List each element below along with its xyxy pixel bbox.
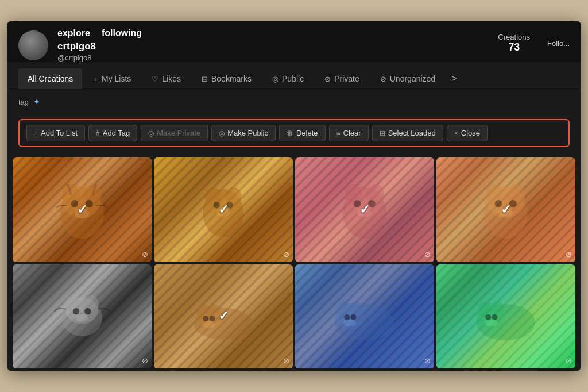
private-badge-1: ⊘ [142, 250, 148, 259]
stat-creations-value: 73 [498, 41, 530, 53]
private-badge-5: ⊘ [142, 356, 148, 365]
bookmark-icon: ⊟ [202, 75, 208, 83]
unorganized-icon: ⊘ [380, 75, 386, 83]
tab-private-label: Private [334, 74, 359, 83]
make-private-button[interactable]: ◎ Make Private [141, 125, 208, 141]
tab-likes[interactable]: ♡ Likes [142, 68, 190, 89]
svg-point-47 [351, 314, 357, 320]
toolbar-area: tag ✦ [7, 90, 581, 113]
action-toolbar: + Add To List # Add Tag ◎ Make Private ◎… [7, 113, 581, 155]
username: crtplgo8 [57, 41, 489, 52]
image-cell-2[interactable]: ✓ ⊘ [154, 157, 293, 262]
heart-icon: ♡ [152, 75, 158, 83]
tab-bookmarks-label: Bookmarks [211, 74, 252, 83]
close-icon: × [454, 129, 458, 137]
lines-icon: ≡ [336, 129, 341, 137]
add-to-list-button[interactable]: + Add To List [26, 125, 85, 141]
select-loaded-button[interactable]: ⊞ Select Loaded [372, 125, 443, 141]
private-badge-8: ⊘ [566, 356, 572, 365]
private-badge-6: ⊘ [283, 356, 289, 365]
private-badge-3: ⊘ [424, 250, 431, 259]
svg-point-54 [492, 314, 498, 320]
image-cell-6[interactable]: ✓ ⊘ [154, 264, 293, 369]
private-badge-2: ⊘ [283, 250, 289, 259]
action-bar: + Add To List # Add Tag ◎ Make Private ◎… [18, 119, 570, 147]
check-mark-4: ✓ [501, 202, 511, 217]
svg-point-40 [210, 316, 215, 321]
image-cell-4[interactable]: ✓ ⊘ [436, 157, 575, 262]
svg-point-39 [203, 316, 208, 321]
tab-more[interactable]: > [447, 68, 461, 90]
close-button[interactable]: × Close [447, 125, 488, 141]
svg-point-32 [73, 308, 79, 314]
hash-icon: # [96, 129, 100, 137]
image-grid: ✓ ⊘ ✓ ⊘ [7, 155, 581, 371]
stat-followers-label: Follo... [547, 39, 570, 48]
image-cell-8[interactable]: ⊘ [436, 264, 575, 369]
svg-point-55 [485, 319, 498, 326]
check-mark-2: ✓ [218, 202, 229, 217]
eye-slash-icon: ◎ [148, 129, 154, 137]
clear-label: Clear [343, 129, 361, 137]
tab-my-lists-label: My Lists [102, 74, 131, 83]
check-mark-3: ✓ [359, 202, 370, 217]
add-tag-button[interactable]: # Add Tag [88, 125, 137, 141]
tag-label: tag [18, 98, 29, 106]
private-badge-7: ⊘ [424, 356, 431, 365]
svg-point-41 [202, 321, 215, 328]
add-to-list-label: Add To List [41, 129, 78, 137]
image-cell-3[interactable]: ✓ ⊘ [295, 157, 434, 262]
stat-creations-label: Creations [498, 33, 530, 41]
image-cell-5[interactable]: ⊘ [13, 264, 152, 369]
check-mark-1: ✓ [77, 202, 87, 217]
tab-public-label: Public [282, 74, 304, 83]
make-public-label: Make Public [227, 129, 268, 137]
clear-button[interactable]: ≡ Clear [329, 125, 369, 141]
header-stats: Creations 73 Follo... [498, 28, 570, 53]
header-left: explore following crtplgo8 @crtplgo8 [57, 28, 489, 62]
image-cell-7[interactable]: ⊘ [295, 264, 434, 369]
trash-icon: 🗑 [287, 129, 293, 137]
handle: @crtplgo8 [57, 53, 489, 62]
stat-followers: Follo... [547, 39, 570, 48]
private-badge-4: ⊘ [566, 250, 572, 259]
image-cell-1[interactable]: ✓ ⊘ [13, 157, 152, 262]
check-mark-6: ✓ [218, 309, 229, 324]
tab-bookmarks[interactable]: ⊟ Bookmarks [192, 68, 261, 89]
public-icon: ◎ [272, 75, 278, 83]
tab-public[interactable]: ◎ Public [263, 68, 313, 89]
tab-private[interactable]: ⊘ Private [315, 68, 369, 89]
tab-unorganized[interactable]: ⊘ Unorganized [371, 68, 444, 89]
nav-tabs: All Creations + My Lists ♡ Likes ⊟ Bookm… [7, 68, 581, 90]
tab-all-creations[interactable]: All Creations [18, 68, 82, 89]
avatar[interactable] [18, 30, 48, 60]
tab-all-label: All Creations [28, 74, 73, 83]
nav-explore[interactable]: explore [57, 28, 90, 39]
app-container: explore following crtplgo8 @crtplgo8 Cre… [7, 21, 581, 371]
svg-point-33 [84, 308, 91, 314]
sparkle-icon: ✦ [33, 97, 40, 106]
close-label: Close [461, 129, 480, 137]
add-tag-label: Add Tag [103, 129, 130, 137]
svg-point-34 [76, 314, 89, 321]
tab-unorganized-label: Unorganized [390, 74, 435, 83]
delete-button[interactable]: 🗑 Delete [279, 125, 326, 141]
nav-following[interactable]: following [102, 28, 142, 39]
eye-icon: ◎ [219, 129, 225, 137]
delete-label: Delete [296, 129, 318, 137]
stat-creations: Creations 73 [498, 33, 530, 53]
plus-icon: + [34, 129, 38, 137]
svg-point-48 [343, 319, 357, 326]
make-private-label: Make Private [157, 129, 200, 137]
private-icon: ⊘ [324, 75, 331, 83]
tab-likes-label: Likes [162, 74, 181, 83]
header: explore following crtplgo8 @crtplgo8 Cre… [7, 21, 581, 62]
svg-point-46 [344, 314, 350, 320]
nav-links: explore following [57, 28, 489, 39]
make-public-button[interactable]: ◎ Make Public [211, 125, 276, 141]
tab-my-lists[interactable]: + My Lists [84, 68, 140, 89]
grid-icon: ⊞ [380, 129, 385, 137]
plus-icon: + [94, 75, 98, 83]
select-loaded-label: Select Loaded [388, 129, 436, 137]
svg-point-53 [485, 314, 491, 320]
